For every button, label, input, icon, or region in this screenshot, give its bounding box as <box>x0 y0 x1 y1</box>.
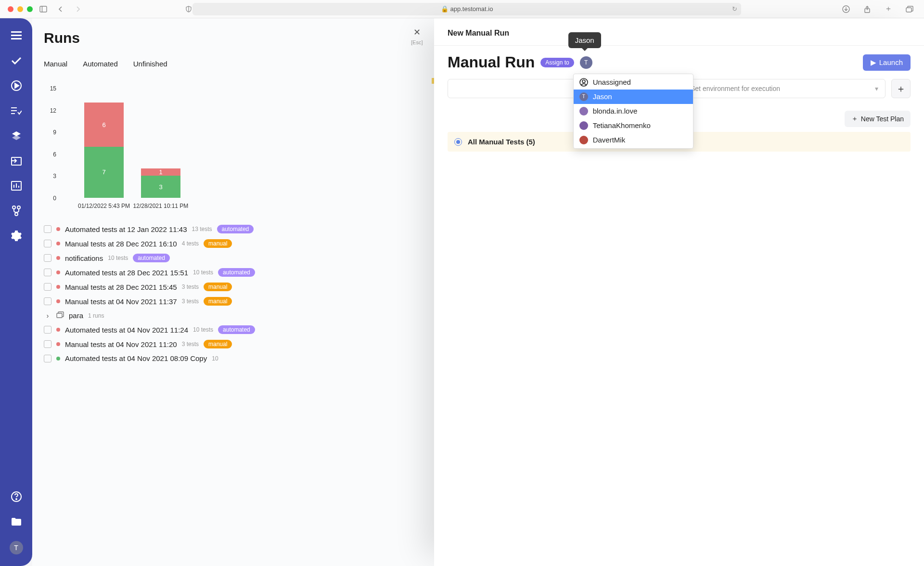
launch-button[interactable]: ▶ Launch <box>863 54 911 71</box>
test-count: 10 tests <box>193 269 213 276</box>
avatar <box>579 136 588 144</box>
run-name: Automated tests at 12 Jan 2022 11:43 <box>65 225 187 233</box>
run-name: Automated tests at 04 Nov 2021 11:24 <box>65 326 188 334</box>
url-text: app.testomat.io <box>450 5 493 13</box>
test-count: 13 tests <box>192 226 212 232</box>
bar-segment-failed: 6 <box>84 103 124 146</box>
assignee-label: TetianaKhomenko <box>593 121 651 129</box>
panel-title-row: Manual Run Assign to T Jason UnassignedT… <box>448 53 911 71</box>
assigned-user-avatar[interactable]: T <box>580 56 592 69</box>
test-count: 3 tests <box>182 341 199 347</box>
run-checkbox[interactable] <box>44 240 51 247</box>
new-test-plan-button[interactable]: ＋ New Test Plan <box>845 111 911 127</box>
test-count: 4 tests <box>182 240 199 247</box>
run-checkbox[interactable] <box>44 283 51 291</box>
check-icon[interactable] <box>11 55 22 66</box>
group-icon <box>56 311 64 320</box>
svg-point-25 <box>17 206 20 209</box>
radio-selected[interactable] <box>454 138 462 146</box>
assignee-label: blonda.in.love <box>593 107 638 115</box>
tabs-icon[interactable] <box>903 3 916 15</box>
list-check-icon[interactable] <box>11 105 22 116</box>
svg-marker-12 <box>15 83 19 88</box>
svg-point-31 <box>582 80 585 83</box>
window-controls <box>8 6 33 12</box>
run-name: Manual tests at 28 Dec 2021 16:10 <box>65 240 177 248</box>
run-tag: automated <box>133 254 170 262</box>
user-avatar[interactable]: T <box>10 541 23 554</box>
menu-icon[interactable] <box>11 30 22 41</box>
lock-icon: 🔒 <box>441 5 449 13</box>
tab-automated[interactable]: Automated <box>83 60 118 73</box>
run-checkbox[interactable] <box>44 269 51 276</box>
run-name: Manual tests at 28 Dec 2021 15:45 <box>65 283 177 291</box>
close-icon[interactable]: ✕ <box>411 27 422 38</box>
add-config-button[interactable]: ＋ <box>891 79 911 98</box>
sidebar-toggle-icon[interactable] <box>37 3 50 15</box>
share-icon[interactable] <box>860 3 874 15</box>
layers-icon[interactable] <box>11 130 22 142</box>
tab-unfinished[interactable]: Unfinished <box>133 60 167 73</box>
run-tag: manual <box>204 297 232 306</box>
assignee-option[interactable]: Unassigned <box>574 75 693 90</box>
url-bar[interactable]: 🔒 app.testomat.io ↻ <box>192 3 741 15</box>
assignee-option[interactable]: DavertMik <box>574 133 693 147</box>
chevron-right-icon[interactable]: › <box>44 311 51 320</box>
assignee-label: Jason <box>593 92 612 101</box>
close-window[interactable] <box>8 6 13 12</box>
plus-icon: ＋ <box>851 115 858 123</box>
maximize-window[interactable] <box>27 6 33 12</box>
reload-icon[interactable]: ↻ <box>732 5 737 13</box>
run-name: Automated tests at 28 Dec 2021 15:51 <box>65 269 188 277</box>
svg-rect-29 <box>57 313 62 318</box>
status-dot <box>56 270 60 274</box>
minimize-window[interactable] <box>17 6 23 12</box>
run-name: Manual tests at 04 Nov 2021 11:20 <box>65 340 177 348</box>
run-checkbox[interactable] <box>44 225 51 233</box>
run-checkbox[interactable] <box>44 254 51 262</box>
svg-rect-7 <box>906 8 911 12</box>
assign-to-button[interactable]: Assign to <box>540 58 574 67</box>
import-icon[interactable] <box>11 155 22 167</box>
play-icon: ▶ <box>871 58 876 67</box>
run-tag: manual <box>204 340 232 348</box>
run-name: Automated tests at 04 Nov 2021 08:09 Cop… <box>65 354 207 362</box>
branch-icon[interactable] <box>11 205 22 217</box>
chart-icon[interactable] <box>11 180 22 192</box>
avatar <box>579 121 588 130</box>
forward-icon[interactable] <box>71 3 85 15</box>
assignee-option[interactable]: blonda.in.love <box>574 104 693 118</box>
test-count: 10 tests <box>193 326 213 333</box>
test-count: 10 <box>212 355 218 362</box>
bar-column: 31 <box>141 168 180 198</box>
bar-segment-passed: 3 <box>141 176 180 198</box>
assignee-tooltip: Jason <box>568 32 601 48</box>
run-checkbox[interactable] <box>44 326 51 334</box>
assignee-option[interactable]: TetianaKhomenko <box>574 118 693 133</box>
tab-manual[interactable]: Manual <box>44 60 67 73</box>
run-checkbox[interactable] <box>44 340 51 348</box>
status-dot <box>56 285 60 289</box>
avatar: T <box>579 92 588 101</box>
run-checkbox[interactable] <box>44 355 51 362</box>
gear-icon[interactable] <box>11 230 22 242</box>
new-tab-icon[interactable]: ＋ <box>882 3 895 15</box>
status-dot <box>56 242 60 245</box>
download-icon[interactable] <box>839 3 853 15</box>
svg-rect-10 <box>11 38 22 39</box>
svg-point-28 <box>16 499 17 500</box>
close-panel[interactable]: ✕ [Esc] <box>411 27 423 45</box>
assignee-option[interactable]: TJason <box>574 90 693 104</box>
environment-select[interactable]: Set environment for execution ▾ <box>683 79 886 98</box>
avatar <box>579 107 588 116</box>
help-icon[interactable] <box>11 491 22 502</box>
test-count: 3 tests <box>182 283 199 290</box>
back-icon[interactable] <box>54 3 67 15</box>
status-dot <box>56 328 60 332</box>
run-checkbox[interactable] <box>44 297 51 305</box>
run-title: Manual Run <box>448 53 535 71</box>
folder-icon[interactable] <box>11 516 22 527</box>
close-esc-label: [Esc] <box>411 39 423 45</box>
status-dot <box>56 342 60 346</box>
play-circle-icon[interactable] <box>11 80 22 91</box>
